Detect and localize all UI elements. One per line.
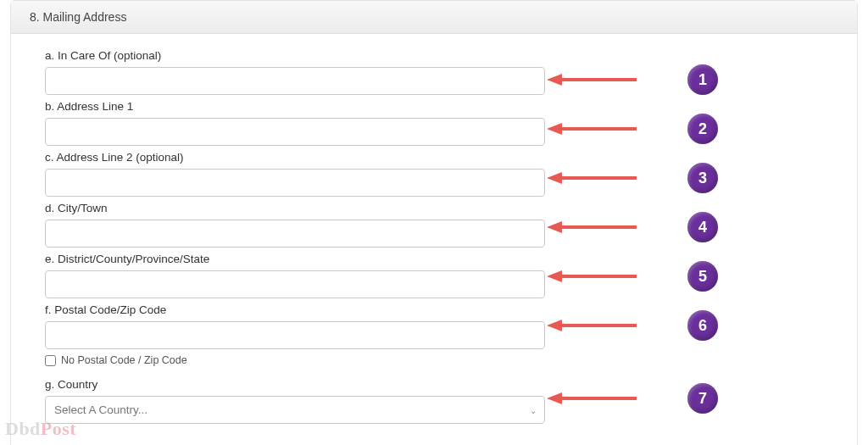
select-country-wrap: Select A Country... ⌄ (45, 396, 545, 424)
label-no-postal-code: No Postal Code / Zip Code (61, 354, 187, 366)
field-in-care-of: a. In Care Of (optional) (45, 49, 823, 95)
no-postal-code-row: No Postal Code / Zip Code (45, 354, 823, 366)
watermark-part2: Post (41, 418, 76, 439)
label-address-line-1: b. Address Line 1 (45, 100, 823, 113)
field-address-line-1: b. Address Line 1 (45, 100, 823, 146)
field-city-town: d. City/Town (45, 202, 823, 248)
field-country: g. Country Select A Country... ⌄ (45, 378, 823, 424)
input-address-line-1[interactable] (45, 118, 545, 146)
watermark: DbdPost (5, 418, 76, 440)
input-address-line-2[interactable] (45, 169, 545, 197)
label-city-town: d. City/Town (45, 202, 823, 214)
field-address-line-2: c. Address Line 2 (optional) (45, 151, 823, 197)
label-address-line-2: c. Address Line 2 (optional) (45, 151, 823, 164)
section-heading: 8. Mailing Address (11, 1, 857, 34)
select-country[interactable]: Select A Country... (45, 396, 545, 424)
checkbox-no-postal-code[interactable] (45, 355, 56, 366)
input-in-care-of[interactable] (45, 67, 545, 95)
watermark-part1: Dbd (5, 418, 41, 439)
mailing-address-panel: 8. Mailing Address a. In Care Of (option… (10, 0, 858, 445)
label-in-care-of: a. In Care Of (optional) (45, 49, 823, 62)
label-district: e. District/County/Province/State (45, 253, 823, 265)
field-postal-code: f. Postal Code/Zip Code No Postal Code /… (45, 303, 823, 366)
panel-body: a. In Care Of (optional) b. Address Line… (11, 34, 857, 445)
label-country: g. Country (45, 378, 823, 391)
input-city-town[interactable] (45, 220, 545, 248)
field-district: e. District/County/Province/State (45, 253, 823, 298)
input-district[interactable] (45, 270, 545, 298)
label-postal-code: f. Postal Code/Zip Code (45, 303, 823, 316)
input-postal-code[interactable] (45, 321, 545, 349)
